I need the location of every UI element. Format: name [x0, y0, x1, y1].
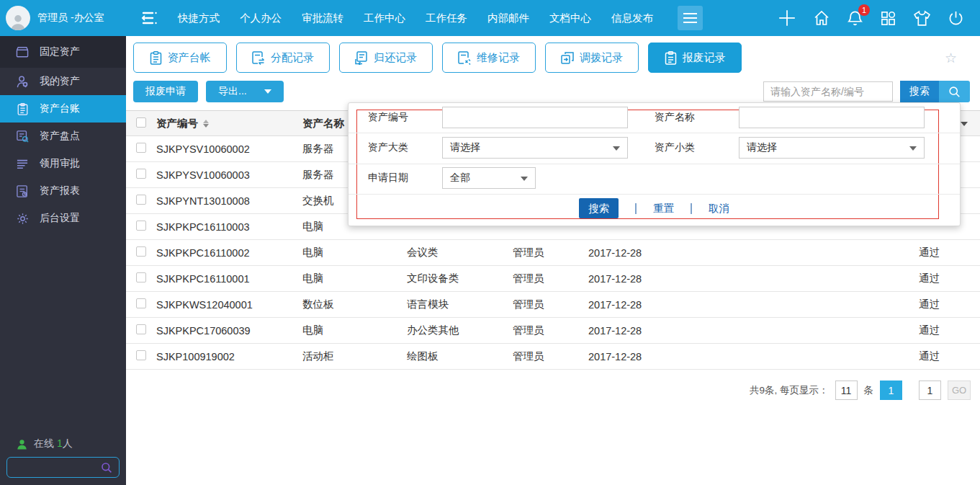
panel-code-input[interactable] [442, 107, 628, 128]
current-page-button[interactable]: 1 [880, 381, 902, 400]
topbar-nav-item[interactable]: 内部邮件 [487, 12, 529, 25]
sidebar-footer: 在线 1人 [0, 437, 126, 478]
user-name: 管理员 -办公室 [37, 12, 104, 25]
pagination: 共9条, 每页显示： 条 1 GO [126, 381, 980, 400]
topbar-nav-item[interactable]: 个人办公 [240, 12, 282, 25]
cell-asset-code: SJKPYNT13010008 [156, 195, 302, 207]
return-doc-icon [355, 51, 368, 65]
sort-icon[interactable] [203, 120, 209, 128]
export-label: 导出... [218, 85, 247, 98]
select-all-checkbox[interactable] [136, 117, 146, 128]
row-checkbox[interactable] [136, 350, 146, 360]
row-checkbox[interactable] [136, 324, 146, 334]
add-icon[interactable] [778, 9, 796, 27]
panel-minor-label: 资产小类 [655, 141, 695, 154]
topbar-nav-item[interactable]: 工作任务 [426, 12, 467, 25]
panel-reset-button[interactable]: 重置 [653, 202, 674, 215]
panel-cancel-button[interactable]: 取消 [709, 202, 729, 215]
user-profile[interactable]: 管理员 -办公室 [0, 6, 126, 30]
notification-badge: 1 [858, 4, 870, 16]
row-checkbox[interactable] [136, 143, 146, 153]
topbar-nav-item[interactable]: 文档中心 [549, 12, 591, 25]
sidebar-item-asset-inventory[interactable]: 资产盘点 [0, 123, 126, 150]
search-icon[interactable] [101, 462, 112, 473]
cell-person: 管理员 [513, 324, 588, 337]
topbar-nav-item[interactable]: 快捷方式 [178, 12, 220, 25]
sidebar-item-label: 资产盘点 [40, 130, 80, 143]
table-row: SJKPKPC16110002 电脑 会议类 管理员 2017-12-28 通过 [126, 240, 980, 266]
sidebar-item-asset-ledger[interactable]: 资产台账 [0, 95, 126, 123]
cell-asset-name: 电脑 [302, 272, 407, 285]
topbar-nav: 快捷方式个人办公审批流转工作中心工作任务内部邮件文档中心信息发布 [178, 12, 653, 25]
allocate-doc-icon [252, 51, 265, 65]
gear-icon [16, 213, 29, 225]
cell-category: 文印设备类 [407, 272, 513, 285]
avatar[interactable] [6, 6, 30, 30]
search-icon [939, 81, 970, 102]
online-status: 在线 1人 [17, 437, 120, 450]
hamburger-menu-icon[interactable] [678, 6, 703, 30]
sidebar-item-settings[interactable]: 后台设置 [0, 205, 126, 232]
pagination-unit: 条 [864, 384, 874, 397]
row-checkbox[interactable] [136, 195, 146, 205]
cell-date: 2017-12-28 [588, 273, 747, 285]
row-checkbox[interactable] [136, 246, 146, 257]
tab-asset-ledger[interactable]: 资产台帐 [133, 43, 227, 73]
topbar-nav-item[interactable]: 审批流转 [302, 12, 343, 25]
go-button[interactable]: GO [948, 381, 971, 400]
search-button-label: 搜索 [900, 81, 939, 102]
panel-name-input[interactable] [739, 107, 925, 128]
panel-date-select[interactable]: 全部 [442, 167, 536, 189]
topbar-nav-item[interactable]: 工作中心 [364, 12, 405, 25]
panel-search-button[interactable]: 搜索 [579, 198, 619, 218]
row-checkbox[interactable] [136, 298, 146, 308]
chevron-down-icon [264, 89, 271, 94]
sidebar-item-approval[interactable]: 领用审批 [0, 150, 126, 177]
panel-major-select[interactable]: 请选择 [442, 137, 628, 159]
sidebar-item-label: 资产报表 [40, 184, 80, 197]
search-button[interactable]: 搜索 [900, 81, 970, 102]
notifications-bell-icon[interactable]: 1 [847, 9, 863, 27]
panel-minor-select[interactable]: 请选择 [739, 137, 925, 159]
sidebar-item-asset-reports[interactable]: 资产报表 [0, 177, 126, 205]
select-value: 请选择 [747, 141, 777, 154]
row-checkbox[interactable] [136, 169, 146, 179]
power-icon[interactable] [948, 10, 964, 27]
cell-category: 绘图板 [407, 350, 513, 363]
tab-repair-records[interactable]: 维修记录 [442, 43, 536, 73]
scrap-clipboard-icon [665, 51, 677, 65]
scrap-apply-button[interactable]: 报废申请 [133, 81, 198, 102]
home-icon[interactable] [813, 9, 830, 27]
tab-return-records[interactable]: 归还记录 [339, 43, 433, 73]
pagination-summary: 共9条, 每页显示： [750, 384, 829, 397]
topbar-nav-item[interactable]: 信息发布 [611, 12, 653, 25]
ledger-icon [16, 103, 29, 115]
sidebar-item-my-assets[interactable]: 我的资产 [0, 68, 126, 95]
cell-asset-name: 活动柜 [302, 350, 407, 363]
theme-shirt-icon[interactable] [913, 10, 931, 27]
tab-allocation-records[interactable]: 分配记录 [236, 43, 330, 73]
asset-search-input[interactable] [763, 81, 893, 102]
favorite-star-icon[interactable]: ☆ [945, 51, 957, 65]
sidebar-item-label: 我的资产 [40, 75, 80, 88]
sidebar-search-input[interactable] [14, 462, 101, 473]
goto-page-input[interactable] [919, 381, 941, 400]
sidebar-search [6, 457, 120, 478]
column-settings-caret-icon[interactable] [961, 122, 968, 126]
cell-person: 管理员 [513, 350, 588, 363]
cell-asset-code: SJKPKWS12040001 [156, 299, 302, 311]
collapse-menu-icon[interactable] [140, 9, 159, 27]
apps-grid-icon[interactable] [880, 10, 896, 27]
page-size-input[interactable] [835, 381, 858, 400]
sidebar-item-label: 后台设置 [40, 212, 80, 225]
export-button[interactable]: 导出... [206, 81, 284, 102]
tab-scrap-records[interactable]: 报废记录 [648, 43, 742, 73]
table-row: SJKPKPC16110001 电脑 文印设备类 管理员 2017-12-28 … [126, 266, 980, 292]
cell-category: 办公类其他 [407, 324, 513, 337]
row-checkbox[interactable] [136, 221, 146, 231]
row-checkbox[interactable] [136, 272, 146, 282]
cell-asset-code: SJKPYSV10060002 [156, 143, 302, 155]
tab-transfer-records[interactable]: 调拨记录 [545, 43, 639, 73]
cell-date: 2017-12-28 [588, 247, 747, 259]
sidebar-item-fixed-assets[interactable]: 固定资产 [0, 36, 126, 68]
